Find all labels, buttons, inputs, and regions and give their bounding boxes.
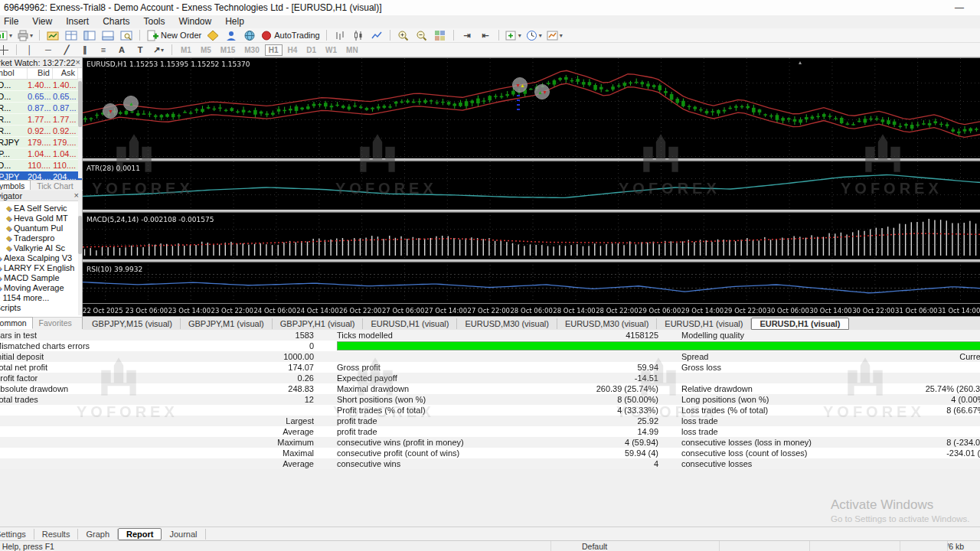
community-button[interactable] xyxy=(241,29,258,42)
navigator-item[interactable]: ◆ EA Self Servic xyxy=(0,204,82,214)
templates-button[interactable]: ▾ xyxy=(545,29,564,42)
market-watch-column-headers: Symbol Bid Ask xyxy=(0,68,82,80)
navigator-tab[interactable]: Common xyxy=(0,317,33,329)
profiles-button[interactable] xyxy=(44,29,61,42)
chart-tab[interactable]: EURUSD,H1 (visual) xyxy=(363,318,457,329)
menu-item[interactable]: Window xyxy=(172,15,219,28)
ask-cell: 0.65... xyxy=(53,91,78,102)
minimize-button[interactable]: — xyxy=(954,2,965,13)
tester-tab[interactable]: Journal xyxy=(162,529,205,540)
strategy-tester-button[interactable] xyxy=(118,29,135,42)
market-watch-row[interactable]: EURJPY 179.... 179.... xyxy=(0,137,82,148)
menu-item[interactable]: Help xyxy=(218,15,251,28)
chart-tab[interactable]: EURUSD,M30 (visual) xyxy=(457,318,557,329)
symbol-column-header[interactable]: Symbol xyxy=(0,68,28,79)
timeframe-button[interactable]: MN xyxy=(342,44,362,56)
navigator-item[interactable]: ◆ LARRY FX English xyxy=(0,263,82,273)
market-watch-row[interactable]: EUR... 0.92... 0.92... xyxy=(0,126,82,137)
zoom-out-button[interactable] xyxy=(413,29,430,42)
expert-advisors-button[interactable] xyxy=(223,29,240,42)
chart-tab[interactable]: EURUSD,M30 (visual) xyxy=(557,318,657,329)
chart-shift-button[interactable]: ⇤ xyxy=(477,29,494,42)
menu-item[interactable]: Tools xyxy=(137,15,172,28)
navigator-item[interactable]: ◆ Valkyrie AI Sc xyxy=(0,243,82,253)
close-icon[interactable]: × xyxy=(74,191,79,200)
market-watch-scrollbar[interactable] xyxy=(78,78,82,178)
periods-button[interactable]: ▾ xyxy=(524,29,544,42)
timeframe-button[interactable]: M15 xyxy=(217,44,239,56)
print-button[interactable]: ▾ xyxy=(15,29,34,42)
navigator-item[interactable]: ◆ Quantum Pul xyxy=(0,223,82,233)
market-watch-row[interactable]: CAD... 110.... 110.... xyxy=(0,160,82,171)
navigator-item[interactable]: ◆ Traderspro xyxy=(0,233,82,243)
navigator-item[interactable]: ◆ Moving Average xyxy=(0,283,82,293)
channel-tool-button[interactable]: ∥ xyxy=(77,44,93,57)
market-watch-button[interactable] xyxy=(63,29,80,42)
autotrading-button[interactable]: AutoTrading xyxy=(260,29,322,42)
chart-tab[interactable]: GBPJPY,M15 (visual) xyxy=(84,318,181,329)
text-label-tool-button[interactable]: T xyxy=(132,44,149,57)
auto-scroll-button[interactable]: ⇥ xyxy=(459,29,475,42)
menu-item[interactable]: Insert xyxy=(59,15,96,28)
menu-item[interactable]: Charts xyxy=(96,15,136,28)
timeframe-button[interactable]: H4 xyxy=(284,44,302,56)
timeframe-button[interactable]: H1 xyxy=(265,44,283,56)
terminal-button[interactable] xyxy=(100,29,116,42)
navigator-item[interactable]: ◆ MACD Sample xyxy=(0,273,82,283)
ask-column-header[interactable]: Ask xyxy=(53,68,78,79)
market-watch-tab[interactable]: Symbols xyxy=(0,180,31,190)
timeframe-button[interactable]: W1 xyxy=(322,44,341,56)
timeframe-button[interactable]: M1 xyxy=(177,44,195,56)
market-watch-row[interactable]: GBP... 1.04... 1.04... xyxy=(0,148,82,160)
navigator-item[interactable]: ◆ Heva Gold MT xyxy=(0,214,82,223)
timeframe-button[interactable]: M5 xyxy=(197,44,215,56)
market-watch-row[interactable]: EUR... 1.77... 1.77... xyxy=(0,114,82,126)
navigator-item[interactable]: ▤ Scripts xyxy=(0,303,82,313)
navigator-scrollbar[interactable] xyxy=(78,201,82,315)
navigator-item[interactable]: ● 1154 more... xyxy=(0,293,82,303)
menu-item[interactable]: File xyxy=(0,15,25,28)
candlestick-chart-button[interactable] xyxy=(350,29,367,42)
menu-item[interactable]: View xyxy=(25,15,59,28)
bid-column-header[interactable]: Bid xyxy=(28,68,53,79)
navigator-tab[interactable]: Favorites xyxy=(33,317,78,329)
horizontal-line-tool-button[interactable]: ─ xyxy=(40,44,57,57)
chart-tab[interactable]: EURUSD,H1 (visual) xyxy=(751,318,848,330)
crosshair-tool-button[interactable] xyxy=(0,44,11,57)
vertical-line-tool-button[interactable]: │ xyxy=(21,44,38,57)
chart-tab[interactable]: EURUSD,H1 (visual) xyxy=(657,318,751,329)
indicators-button[interactable]: ▾ xyxy=(504,29,523,42)
line-chart-button[interactable] xyxy=(368,29,385,42)
market-watch-tab[interactable]: Tick Chart xyxy=(31,180,79,190)
chart-tab[interactable]: GBPJPY,H1 (visual) xyxy=(273,318,364,329)
bid-cell: 110.... xyxy=(28,160,53,171)
price-chart-canvas[interactable] xyxy=(83,58,980,317)
chart-tab[interactable]: GBPJPY,M1 (visual) xyxy=(181,318,273,329)
new-order-button[interactable]: New Order xyxy=(145,29,203,42)
status-profile[interactable]: Default xyxy=(551,541,720,551)
close-icon[interactable]: × xyxy=(75,58,80,67)
market-watch-row[interactable]: GBPJPY 204.... 204.... xyxy=(0,171,82,180)
text-tool-button[interactable]: A xyxy=(113,44,130,57)
market-watch-row[interactable]: USD... 1.40... 1.40... xyxy=(0,80,82,91)
timeframe-button[interactable]: M30 xyxy=(240,44,263,56)
report-label: Modelling quality xyxy=(681,330,744,341)
market-watch-row[interactable]: EUR... 0.87... 0.87... xyxy=(0,103,82,114)
fibonacci-tool-button[interactable]: ≡ xyxy=(95,44,112,57)
tester-tab[interactable]: Results xyxy=(34,529,79,540)
tile-windows-button[interactable] xyxy=(432,29,449,42)
metaeditor-button[interactable] xyxy=(204,29,221,42)
bar-chart-button[interactable] xyxy=(332,29,348,42)
new-chart-button[interactable]: ▾ xyxy=(0,29,14,42)
navigator-button[interactable] xyxy=(81,29,98,42)
timeframe-button[interactable]: D1 xyxy=(302,44,320,56)
market-watch-row[interactable]: AUD... 0.65... 0.65... xyxy=(0,91,82,103)
trendline-tool-button[interactable]: ╱ xyxy=(58,44,75,57)
zoom-in-button[interactable] xyxy=(395,29,412,42)
navigator-item[interactable]: ◆ Alexa Scalping V3 xyxy=(0,253,82,263)
tester-tab[interactable]: Settings xyxy=(0,529,34,540)
tester-tab[interactable]: Report xyxy=(118,528,162,540)
tester-tab[interactable]: Graph xyxy=(78,529,118,540)
arrows-tool-button[interactable]: ↗▾ xyxy=(150,44,167,57)
report-row: Average consecutive wins 4 consecutive l… xyxy=(0,458,980,469)
